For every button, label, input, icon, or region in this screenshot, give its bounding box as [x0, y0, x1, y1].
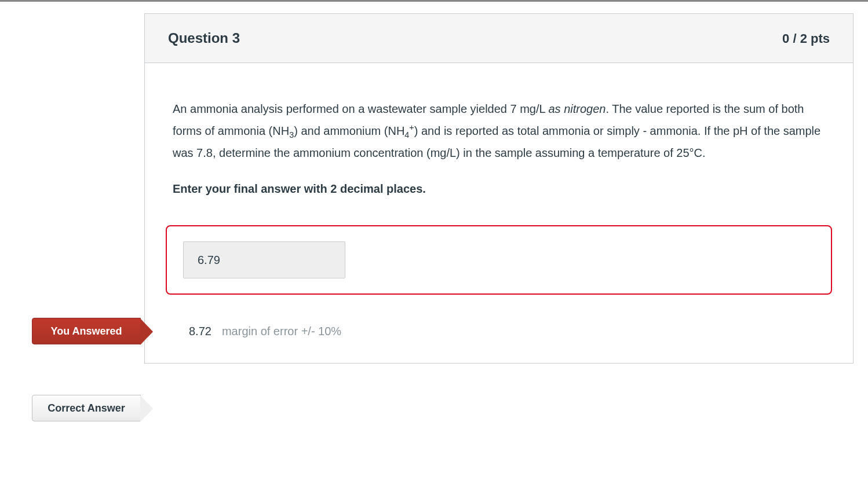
correct-answer-row: 8.72 margin of error +/- 10%: [173, 322, 825, 340]
question-text-italic: as nitrogen: [548, 102, 606, 115]
you-answered-label: You Answered: [50, 324, 122, 339]
content-area: Question 3 0 / 2 pts An ammonia analysis…: [14, 2, 854, 477]
subscript-3: 3: [289, 130, 294, 140]
user-answer-value: 6.79: [183, 241, 345, 278]
user-answer-container: 6.79: [166, 225, 832, 295]
you-answered-tag: You Answered: [32, 318, 141, 344]
correct-answer-value: 8.72: [189, 322, 211, 340]
correct-answer-tag: Correct Answer: [32, 395, 141, 421]
quiz-page: Question 3 0 / 2 pts An ammonia analysis…: [0, 0, 868, 477]
question-body: An ammonia analysis performed on a waste…: [145, 63, 853, 363]
correct-answer-label: Correct Answer: [48, 401, 125, 416]
margin-of-error: margin of error +/- 10%: [222, 322, 341, 340]
question-instruction: Enter your final answer with 2 decimal p…: [173, 180, 825, 197]
question-text-part3: ) and ammonium (NH: [294, 124, 404, 137]
question-text-part1: An ammonia analysis performed on a waste…: [173, 102, 548, 115]
superscript-plus: +: [409, 123, 414, 132]
question-points: 0 / 2 pts: [782, 29, 830, 48]
question-text: An ammonia analysis performed on a waste…: [173, 98, 825, 164]
question-title: Question 3: [168, 28, 240, 49]
question-header: Question 3 0 / 2 pts: [145, 14, 853, 63]
question-card: Question 3 0 / 2 pts An ammonia analysis…: [144, 13, 854, 364]
